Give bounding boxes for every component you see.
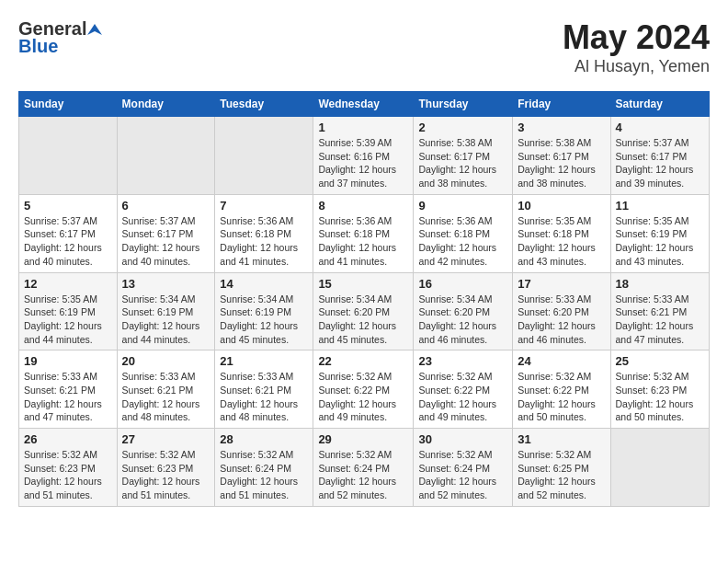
calendar-cell: 8Sunrise: 5:36 AM Sunset: 6:18 PM Daylig… [313, 194, 414, 272]
calendar-cell: 3Sunrise: 5:38 AM Sunset: 6:17 PM Daylig… [513, 117, 610, 195]
calendar-cell: 6Sunrise: 5:37 AM Sunset: 6:17 PM Daylig… [117, 194, 215, 272]
day-number: 9 [418, 199, 507, 213]
calendar-cell: 25Sunrise: 5:32 AM Sunset: 6:23 PM Dayli… [610, 350, 710, 429]
day-info: Sunrise: 5:33 AM Sunset: 6:21 PM Dayligh… [122, 370, 210, 424]
header-saturday: Saturday [610, 92, 710, 117]
header-tuesday: Tuesday [215, 92, 313, 117]
day-number: 17 [518, 277, 605, 291]
day-info: Sunrise: 5:32 AM Sunset: 6:25 PM Dayligh… [518, 448, 605, 502]
day-info: Sunrise: 5:33 AM Sunset: 6:21 PM Dayligh… [616, 293, 705, 347]
day-number: 25 [616, 354, 705, 368]
day-info: Sunrise: 5:32 AM Sunset: 6:23 PM Dayligh… [616, 370, 705, 424]
calendar-cell [610, 429, 710, 507]
day-info: Sunrise: 5:37 AM Sunset: 6:17 PM Dayligh… [24, 214, 112, 269]
day-info: Sunrise: 5:33 AM Sunset: 6:21 PM Dayligh… [220, 370, 308, 424]
week-row-4: 19Sunrise: 5:33 AM Sunset: 6:21 PM Dayli… [19, 350, 710, 429]
day-number: 13 [122, 277, 210, 291]
calendar-cell: 20Sunrise: 5:33 AM Sunset: 6:21 PM Dayli… [117, 350, 215, 429]
calendar-cell: 27Sunrise: 5:32 AM Sunset: 6:23 PM Dayli… [117, 429, 215, 507]
calendar-cell: 7Sunrise: 5:36 AM Sunset: 6:18 PM Daylig… [215, 194, 313, 272]
calendar-cell: 5Sunrise: 5:37 AM Sunset: 6:17 PM Daylig… [19, 194, 118, 272]
header-monday: Monday [117, 92, 215, 117]
week-row-2: 5Sunrise: 5:37 AM Sunset: 6:17 PM Daylig… [19, 194, 710, 272]
day-number: 2 [418, 121, 507, 134]
day-info: Sunrise: 5:34 AM Sunset: 6:20 PM Dayligh… [318, 293, 408, 347]
calendar-cell: 30Sunrise: 5:32 AM Sunset: 6:24 PM Dayli… [414, 429, 513, 507]
day-info: Sunrise: 5:32 AM Sunset: 6:22 PM Dayligh… [518, 370, 605, 424]
week-row-1: 1Sunrise: 5:39 AM Sunset: 6:16 PM Daylig… [19, 117, 710, 195]
calendar-cell: 17Sunrise: 5:33 AM Sunset: 6:20 PM Dayli… [513, 272, 610, 350]
day-number: 24 [518, 354, 605, 368]
day-info: Sunrise: 5:33 AM Sunset: 6:21 PM Dayligh… [24, 370, 112, 424]
calendar-table: SundayMondayTuesdayWednesdayThursdayFrid… [18, 91, 710, 507]
day-info: Sunrise: 5:32 AM Sunset: 6:24 PM Dayligh… [418, 448, 507, 502]
calendar-cell: 31Sunrise: 5:32 AM Sunset: 6:25 PM Dayli… [513, 429, 610, 507]
calendar-cell: 12Sunrise: 5:35 AM Sunset: 6:19 PM Dayli… [19, 272, 118, 350]
day-number: 16 [418, 277, 507, 291]
calendar-cell: 24Sunrise: 5:32 AM Sunset: 6:22 PM Dayli… [513, 350, 610, 429]
calendar-cell: 18Sunrise: 5:33 AM Sunset: 6:21 PM Dayli… [610, 272, 710, 350]
day-number: 22 [318, 354, 408, 368]
day-info: Sunrise: 5:34 AM Sunset: 6:19 PM Dayligh… [122, 293, 210, 347]
calendar-cell: 4Sunrise: 5:37 AM Sunset: 6:17 PM Daylig… [610, 117, 710, 195]
page-subtitle: Al Husayn, Yemen [563, 57, 710, 76]
calendar-cell: 29Sunrise: 5:32 AM Sunset: 6:24 PM Dayli… [313, 429, 414, 507]
day-number: 15 [318, 277, 408, 291]
day-number: 11 [616, 199, 705, 213]
calendar-cell: 1Sunrise: 5:39 AM Sunset: 6:16 PM Daylig… [313, 117, 414, 195]
day-info: Sunrise: 5:32 AM Sunset: 6:24 PM Dayligh… [220, 448, 308, 502]
day-number: 10 [518, 199, 605, 213]
week-row-5: 26Sunrise: 5:32 AM Sunset: 6:23 PM Dayli… [19, 429, 710, 507]
header-sunday: Sunday [19, 92, 118, 117]
calendar-cell: 22Sunrise: 5:32 AM Sunset: 6:22 PM Dayli… [313, 350, 414, 429]
day-number: 4 [616, 121, 705, 134]
calendar-cell: 13Sunrise: 5:34 AM Sunset: 6:19 PM Dayli… [117, 272, 215, 350]
header-wednesday: Wednesday [313, 92, 414, 117]
title-block: May 2024 Al Husayn, Yemen [563, 18, 710, 76]
day-info: Sunrise: 5:39 AM Sunset: 6:16 PM Dayligh… [318, 136, 408, 190]
header-thursday: Thursday [414, 92, 513, 117]
calendar-cell [117, 117, 215, 195]
header-friday: Friday [513, 92, 610, 117]
calendar-cell [215, 117, 313, 195]
logo-bird-icon [87, 22, 102, 37]
day-number: 23 [418, 354, 507, 368]
logo-blue: Blue [18, 36, 58, 57]
calendar-cell: 16Sunrise: 5:34 AM Sunset: 6:20 PM Dayli… [414, 272, 513, 350]
calendar-cell: 26Sunrise: 5:32 AM Sunset: 6:23 PM Dayli… [19, 429, 118, 507]
day-info: Sunrise: 5:38 AM Sunset: 6:17 PM Dayligh… [518, 136, 605, 190]
day-info: Sunrise: 5:32 AM Sunset: 6:23 PM Dayligh… [24, 448, 112, 502]
calendar-header-row: SundayMondayTuesdayWednesdayThursdayFrid… [19, 92, 710, 117]
day-number: 7 [220, 199, 308, 213]
page-header: General Blue May 2024 Al Husayn, Yemen [18, 18, 710, 76]
day-number: 28 [220, 432, 308, 446]
day-info: Sunrise: 5:32 AM Sunset: 6:22 PM Dayligh… [418, 370, 507, 424]
calendar-cell: 28Sunrise: 5:32 AM Sunset: 6:24 PM Dayli… [215, 429, 313, 507]
calendar-cell: 19Sunrise: 5:33 AM Sunset: 6:21 PM Dayli… [19, 350, 118, 429]
calendar-cell: 23Sunrise: 5:32 AM Sunset: 6:22 PM Dayli… [414, 350, 513, 429]
calendar-cell: 2Sunrise: 5:38 AM Sunset: 6:17 PM Daylig… [414, 117, 513, 195]
day-number: 18 [616, 277, 705, 291]
day-info: Sunrise: 5:32 AM Sunset: 6:22 PM Dayligh… [318, 370, 408, 424]
calendar-cell: 21Sunrise: 5:33 AM Sunset: 6:21 PM Dayli… [215, 350, 313, 429]
day-number: 3 [518, 121, 605, 134]
day-info: Sunrise: 5:34 AM Sunset: 6:19 PM Dayligh… [220, 293, 308, 347]
day-info: Sunrise: 5:35 AM Sunset: 6:18 PM Dayligh… [518, 214, 605, 269]
day-info: Sunrise: 5:37 AM Sunset: 6:17 PM Dayligh… [122, 214, 210, 269]
calendar-cell [19, 117, 118, 195]
day-info: Sunrise: 5:33 AM Sunset: 6:20 PM Dayligh… [518, 293, 605, 347]
day-info: Sunrise: 5:36 AM Sunset: 6:18 PM Dayligh… [220, 214, 308, 269]
day-number: 31 [518, 432, 605, 446]
day-info: Sunrise: 5:36 AM Sunset: 6:18 PM Dayligh… [318, 214, 408, 269]
day-number: 19 [24, 354, 112, 368]
day-info: Sunrise: 5:32 AM Sunset: 6:23 PM Dayligh… [122, 448, 210, 502]
day-number: 30 [418, 432, 507, 446]
day-number: 14 [220, 277, 308, 291]
calendar-cell: 9Sunrise: 5:36 AM Sunset: 6:18 PM Daylig… [414, 194, 513, 272]
page-title: May 2024 [563, 18, 710, 57]
day-info: Sunrise: 5:37 AM Sunset: 6:17 PM Dayligh… [616, 136, 705, 190]
day-number: 5 [24, 199, 112, 213]
week-row-3: 12Sunrise: 5:35 AM Sunset: 6:19 PM Dayli… [19, 272, 710, 350]
day-info: Sunrise: 5:35 AM Sunset: 6:19 PM Dayligh… [24, 293, 112, 347]
day-number: 20 [122, 354, 210, 368]
